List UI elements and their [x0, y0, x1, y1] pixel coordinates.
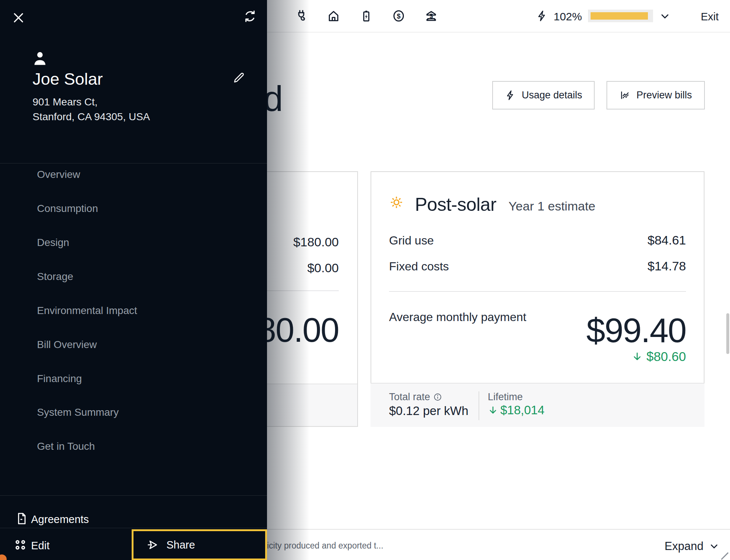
exit-button[interactable]: Exit — [701, 11, 719, 23]
sidebar-item-storage[interactable]: Storage — [37, 271, 73, 283]
info-icon[interactable] — [433, 392, 442, 402]
sidebar-item-consumption[interactable]: Consumption — [37, 203, 98, 215]
pencil-icon[interactable] — [232, 71, 246, 84]
close-icon[interactable] — [11, 10, 26, 25]
usage-details-label: Usage details — [522, 90, 582, 101]
edit-button[interactable]: Edit — [31, 540, 50, 552]
usage-details-button[interactable]: Usage details — [492, 81, 595, 109]
expand-button[interactable]: Expand — [665, 540, 720, 553]
post-solar-title: Post-solar — [415, 194, 496, 215]
expand-label: Expand — [665, 540, 703, 553]
grid-dots-icon — [13, 537, 28, 553]
charge-progress-bar — [588, 10, 653, 22]
share-label: Share — [166, 539, 195, 551]
document-icon — [15, 511, 29, 527]
sidebar-item-design[interactable]: Design — [37, 237, 69, 249]
profile-address-line2: Stanford, CA 94305, USA — [33, 111, 150, 123]
sidebar-item-bill-overview[interactable]: Bill Overview — [37, 339, 97, 351]
sidebar-item-overview[interactable]: Overview — [37, 169, 80, 181]
share-button[interactable]: Share — [132, 529, 267, 560]
sidebar-item-environmental-impact[interactable]: Environmental Impact — [37, 305, 137, 317]
chevron-down-icon — [709, 541, 720, 552]
chart-icon — [619, 90, 631, 101]
bolt-icon — [505, 90, 516, 101]
agreements-item[interactable]: Agreements — [31, 513, 89, 526]
svg-text:$: $ — [397, 13, 401, 20]
profile-address-line1: 901 Mears Ct, — [33, 96, 98, 108]
sidebar-item-get-in-touch[interactable]: Get in Touch — [37, 441, 95, 452]
divider — [0, 163, 267, 163]
bank-icon[interactable]: $ — [424, 9, 438, 23]
refresh-icon[interactable] — [243, 9, 257, 24]
send-icon — [146, 538, 159, 551]
preview-bills-label: Preview bills — [636, 90, 692, 101]
sidebar-drawer: Joe Solar 901 Mears Ct, Stanford, CA 943… — [0, 0, 267, 560]
profile-name: Joe Solar — [33, 70, 103, 89]
battery-percent: 102% — [554, 10, 582, 23]
app-screen: $ $ 102% Exit d — [0, 0, 730, 560]
post-solar-subtitle: Year 1 estimate — [508, 199, 595, 213]
home-icon[interactable] — [327, 9, 341, 23]
pre-solar-value-2: $0.00 — [307, 261, 339, 275]
charge-progress-fill — [591, 12, 648, 20]
preview-bills-button[interactable]: Preview bills — [606, 81, 705, 109]
sun-icon — [389, 195, 403, 209]
divider — [0, 528, 267, 528]
scrollbar-thumb[interactable] — [726, 313, 729, 354]
battery-icon[interactable] — [359, 9, 373, 23]
divider — [0, 495, 267, 496]
chevron-down-icon[interactable] — [659, 10, 671, 22]
sidebar-item-system-summary[interactable]: System Summary — [37, 406, 119, 418]
svg-text:$: $ — [429, 13, 433, 20]
dollar-coin-icon[interactable]: $ — [392, 9, 406, 23]
sidebar-shadow — [267, 0, 310, 560]
sidebar-item-financing[interactable]: Financing — [37, 373, 82, 385]
person-icon — [31, 50, 49, 67]
bolt-icon — [536, 10, 548, 22]
